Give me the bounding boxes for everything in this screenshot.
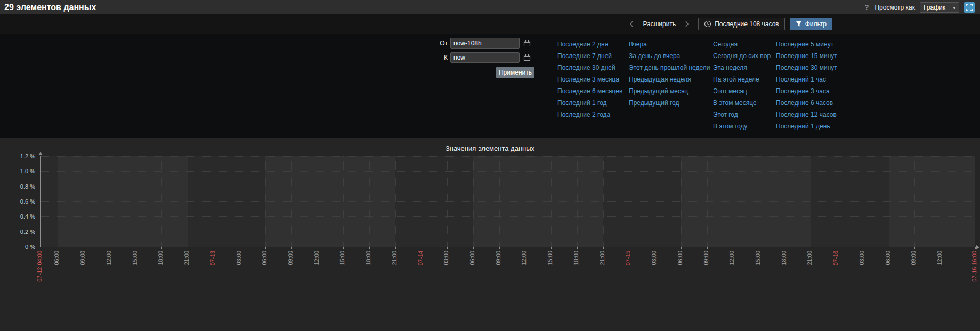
- x-tick: [975, 247, 976, 249]
- y-axis-label: 1.2 %: [0, 153, 35, 159]
- zoom-out-button[interactable]: Расширить: [641, 19, 678, 29]
- x-tick: [759, 247, 759, 249]
- quick-link[interactable]: За день до вчера: [629, 50, 713, 62]
- x-axis-label: 06:00: [469, 251, 476, 265]
- to-calendar-button[interactable]: [521, 52, 533, 63]
- from-input[interactable]: [450, 38, 520, 49]
- quick-links-column: Последние 2 дняПоследние 7 днейПоследние…: [557, 38, 629, 132]
- x-axis-label: 15:00: [755, 251, 762, 265]
- quick-link[interactable]: В этом году: [713, 120, 776, 132]
- quick-link[interactable]: Сегодня: [713, 38, 776, 50]
- gridline-v: [811, 156, 811, 247]
- x-tick: [681, 247, 682, 249]
- quick-link[interactable]: Последние 15 минут: [776, 50, 837, 62]
- caret-down-icon: [953, 7, 956, 9]
- graph-widget: Значения элемента данных 0 %0.2 %0.4 %0.…: [0, 138, 980, 331]
- filter-button[interactable]: Фильтр: [790, 18, 832, 30]
- help-icon[interactable]: ?: [863, 3, 870, 11]
- time-navigation-bar: Расширить Последние 108 часов Фильтр: [0, 14, 980, 34]
- quick-link[interactable]: В этом месяце: [713, 97, 776, 109]
- view-as-select[interactable]: График: [920, 2, 959, 13]
- plot-area[interactable]: [41, 156, 975, 247]
- x-tick: [318, 247, 318, 249]
- filter-button-label: Фильтр: [805, 20, 827, 28]
- quick-link[interactable]: Последние 2 дня: [557, 38, 629, 50]
- x-tick: [811, 247, 811, 249]
- x-tick: [110, 247, 110, 249]
- gridline-h: [41, 216, 975, 217]
- gridline-v: [161, 156, 162, 247]
- gridline-v: [318, 156, 318, 247]
- x-tick: [395, 247, 396, 249]
- quick-link[interactable]: Последний 1 час: [776, 74, 837, 85]
- chevron-right-icon: [685, 21, 689, 27]
- quick-link[interactable]: Вчера: [629, 38, 713, 50]
- x-tick: [161, 247, 162, 249]
- from-calendar-button[interactable]: [521, 38, 533, 49]
- x-axis-label: 21:00: [391, 251, 398, 265]
- gridline-v: [837, 156, 837, 247]
- y-axis-label: 0.6 %: [0, 198, 35, 205]
- quick-link[interactable]: Предыдущая неделя: [629, 74, 713, 85]
- quick-link[interactable]: Последний 1 день: [776, 120, 837, 132]
- x-axis-label: 09:00: [287, 251, 294, 265]
- quick-link[interactable]: Последние 30 минут: [776, 62, 837, 74]
- gridline-v: [447, 156, 448, 247]
- quick-link[interactable]: Этот месяц: [713, 85, 776, 97]
- x-tick: [733, 247, 733, 249]
- quick-link[interactable]: Последние 30 дней: [557, 62, 629, 74]
- gridline-v: [785, 156, 785, 247]
- x-axis-label: 03:00: [858, 251, 865, 265]
- fullscreen-button[interactable]: [964, 2, 975, 13]
- x-axis-label: 18:00: [157, 251, 164, 265]
- quick-link[interactable]: Последние 12 часов: [776, 109, 837, 120]
- quick-link[interactable]: Сегодня до сих пор: [713, 50, 776, 62]
- quick-link[interactable]: На этой неделе: [713, 74, 776, 85]
- quick-link[interactable]: Эта неделя: [713, 62, 776, 74]
- quick-link[interactable]: Последний 1 год: [557, 97, 629, 109]
- x-axis-label: 07-12 04:00: [36, 251, 43, 282]
- gridline-v: [84, 156, 84, 247]
- gridline-v: [889, 156, 889, 247]
- graph-title: Значения элемента данных: [0, 144, 980, 152]
- x-axis-label: 18:00: [781, 251, 788, 265]
- quick-link[interactable]: Последние 3 месяца: [557, 74, 629, 85]
- quick-link[interactable]: Предыдущий месяц: [629, 85, 713, 97]
- time-filter-panel: От К Применить П: [0, 34, 980, 136]
- gridline-v: [759, 156, 759, 247]
- quick-time-links: Последние 2 дняПоследние 7 днейПоследние…: [557, 38, 837, 132]
- chevron-left-icon: [629, 21, 634, 27]
- time-shift-right-button[interactable]: [683, 20, 691, 28]
- quick-link[interactable]: Последние 2 года: [557, 109, 629, 120]
- time-range-tab[interactable]: Последние 108 часов: [698, 18, 785, 30]
- gridline-v: [577, 156, 578, 247]
- gridline-h: [41, 171, 975, 172]
- quick-link[interactable]: Последние 3 часа: [776, 85, 837, 97]
- quick-link[interactable]: Последние 6 месяцев: [557, 85, 629, 97]
- time-shift-left-button[interactable]: [627, 20, 636, 28]
- quick-link[interactable]: Этот день прошлой недели: [629, 62, 713, 74]
- to-input[interactable]: [450, 52, 520, 63]
- x-axis-label: 07-16 16:00: [971, 251, 978, 282]
- quick-link[interactable]: Последние 7 дней: [557, 50, 629, 62]
- x-axis-label: 06:00: [261, 251, 268, 265]
- to-label: К: [437, 54, 448, 61]
- x-tick: [499, 247, 500, 249]
- filter-funnel-icon: [796, 21, 802, 27]
- gridline-v: [240, 156, 240, 247]
- gridline-v: [136, 156, 136, 247]
- x-tick: [343, 247, 344, 249]
- apply-button[interactable]: Применить: [496, 67, 534, 78]
- x-axis-label: 09:00: [495, 251, 502, 265]
- quick-link[interactable]: Последние 5 минут: [776, 38, 837, 50]
- quick-link[interactable]: Предыдущий год: [629, 97, 713, 109]
- x-axis-label: 09:00: [910, 251, 917, 265]
- gridline-h: [41, 187, 975, 187]
- quick-link[interactable]: Последние 6 часов: [776, 97, 837, 109]
- clock-icon: [704, 20, 711, 28]
- quick-links-column: СегодняСегодня до сих порЭта неделяНа эт…: [713, 38, 776, 132]
- calendar-icon: [523, 54, 531, 61]
- gridline-v: [551, 156, 552, 247]
- quick-link[interactable]: Этот год: [713, 109, 776, 120]
- quick-links-column: ВчераЗа день до вчераЭтот день прошлой н…: [629, 38, 713, 132]
